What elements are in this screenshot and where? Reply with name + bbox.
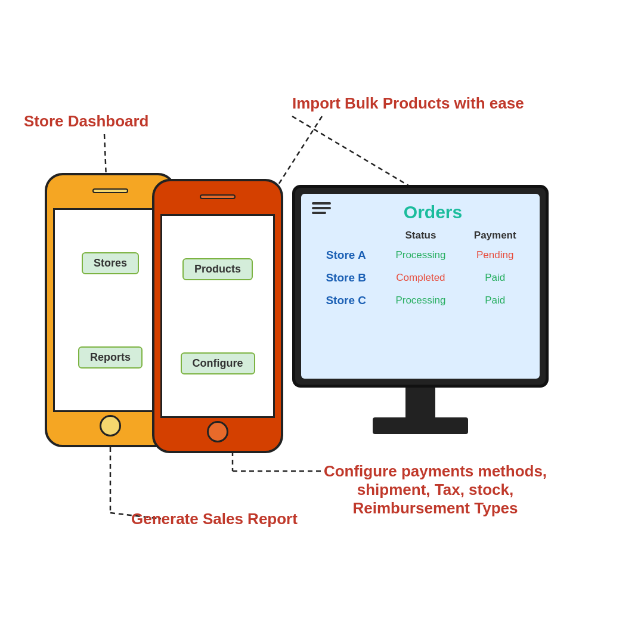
monitor-stand-neck — [405, 388, 435, 417]
configure-button[interactable]: Configure — [181, 352, 255, 374]
monitor-wrapper: Orders Status Payment Store AProcessingP… — [292, 185, 549, 434]
label-configure: Configure payments methods, shipment, Ta… — [322, 462, 549, 518]
status-cell: Completed — [380, 267, 461, 289]
table-row: Store BCompletedPaid — [312, 267, 529, 289]
monitor-screen: Orders Status Payment Store AProcessingP… — [301, 194, 540, 379]
col-status: Status — [380, 227, 461, 244]
orders-title: Orders — [337, 202, 529, 222]
store-cell: Store A — [312, 244, 380, 267]
col-store — [312, 227, 380, 244]
monitor-border: Orders Status Payment Store AProcessingP… — [292, 185, 549, 388]
label-generate-report: Generate Sales Report — [131, 510, 298, 528]
svg-line-10 — [292, 116, 417, 191]
phone-orange-speaker — [200, 194, 236, 199]
products-button[interactable]: Products — [182, 258, 253, 280]
table-row: Store CProcessingPaid — [312, 289, 529, 312]
status-cell: Processing — [380, 244, 461, 267]
store-cell: Store C — [312, 289, 380, 312]
phone-orange-screen: Products Configure — [160, 214, 275, 418]
payment-cell: Paid — [461, 267, 529, 289]
menu-icon[interactable] — [312, 202, 331, 214]
phone-orange: Products Configure — [152, 179, 283, 453]
store-cell: Store B — [312, 267, 380, 289]
monitor-stand-base — [373, 417, 468, 434]
table-row: Store AProcessingPending — [312, 244, 529, 267]
phone-yellow-screen: Stores Reports — [53, 208, 168, 412]
stores-button[interactable]: Stores — [82, 252, 139, 274]
label-store-dashboard: Store Dashboard — [24, 112, 149, 131]
phone-yellow-home[interactable] — [100, 415, 121, 436]
label-import-bulk: Import Bulk Products with ease — [292, 94, 524, 113]
status-cell: Processing — [380, 289, 461, 312]
phone-yellow-speaker — [92, 188, 128, 193]
scene: Store Dashboard Import Bulk Products wit… — [0, 0, 644, 644]
orders-table: Status Payment Store AProcessingPendingS… — [312, 227, 529, 312]
reports-button[interactable]: Reports — [78, 346, 143, 369]
col-payment: Payment — [461, 227, 529, 244]
phone-orange-home[interactable] — [207, 421, 228, 442]
payment-cell: Paid — [461, 289, 529, 312]
payment-cell: Pending — [461, 244, 529, 267]
